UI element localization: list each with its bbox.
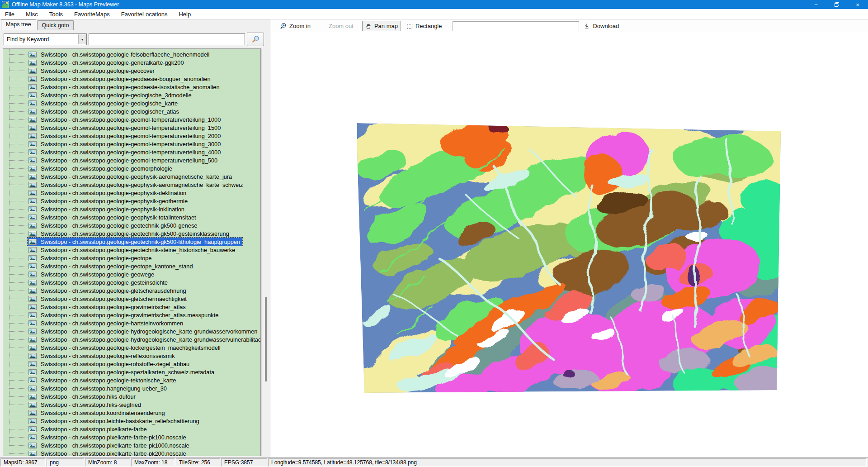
list-item[interactable]: Swisstopo - ch.swisstopo.geologie-hydrog… — [3, 335, 260, 343]
list-item[interactable]: Swisstopo - ch.swisstopo.pixelkarte-farb… — [3, 441, 260, 449]
pan-map-button[interactable]: Pan map — [362, 21, 401, 31]
list-item[interactable]: Swisstopo - ch.swisstopo.geologie-geomol… — [3, 148, 260, 156]
list-item[interactable]: Swisstopo - ch.swisstopo.geologie-geomol… — [3, 115, 260, 124]
list-item[interactable]: Swisstopo - ch.swisstopo.geologie-geodae… — [3, 83, 260, 91]
tab-quick-goto[interactable]: Quick goto — [37, 20, 74, 30]
rectangle-button[interactable]: Rectangle — [404, 21, 445, 31]
list-item[interactable]: Swisstopo - ch.swisstopo.hiks-dufour — [3, 392, 260, 400]
map-layer-icon — [28, 92, 37, 98]
tab-maps-tree[interactable]: Maps tree — [1, 19, 36, 30]
list-item[interactable]: Swisstopo - ch.swisstopo.geologie-geophy… — [3, 181, 260, 189]
list-item[interactable]: Swisstopo - ch.swisstopo.geologie-geotec… — [3, 246, 260, 254]
list-item[interactable]: Swisstopo - ch.swisstopo.pixelkarte-farb… — [3, 433, 260, 441]
toolbar-input[interactable] — [453, 21, 579, 31]
list-item[interactable]: Swisstopo - ch.swisstopo.geologie-hartst… — [3, 319, 260, 327]
zoom-out-button[interactable]: Zoom out — [326, 21, 356, 31]
map-layer-icon — [28, 385, 37, 391]
list-item[interactable]: Swisstopo - ch.swisstopo.geologie-geotec… — [3, 238, 260, 246]
zoom-in-button[interactable]: Zoom in — [277, 21, 313, 31]
list-item[interactable]: Swisstopo - ch.swisstopo.geologie-geodae… — [3, 75, 260, 83]
list-item[interactable]: Swisstopo - ch.swisstopo.geologie-geomor… — [3, 164, 260, 172]
download-icon — [584, 23, 590, 29]
search-input[interactable] — [89, 33, 245, 45]
tree-connector — [9, 282, 28, 283]
list-item[interactable]: Swisstopo - ch.swisstopo.pixelkarte-farb… — [3, 425, 260, 433]
list-item-label: Swisstopo - ch.swisstopo.geologie-tekton… — [39, 377, 177, 384]
menu-bar: FileMiscToolsFavoriteMapsFavoriteLocatio… — [0, 9, 868, 19]
left-panel: Maps treeQuick goto Find by Keyword ▼ Sw… — [0, 19, 271, 457]
list-item[interactable]: Swisstopo - ch.swisstopo.geologie-geomol… — [3, 156, 260, 164]
map-canvas[interactable] — [272, 33, 868, 457]
list-item[interactable]: Swisstopo - ch.swisstopo.geologie-gravim… — [3, 303, 260, 311]
close-button[interactable]: × — [847, 0, 868, 9]
list-item[interactable]: Swisstopo - ch.swisstopo.geologie-geomol… — [3, 132, 260, 140]
menu-item-misc[interactable]: Misc — [22, 10, 42, 19]
list-item-label: Swisstopo - ch.swisstopo.geologie-geomol… — [39, 141, 222, 148]
list-item[interactable]: Swisstopo - ch.swisstopo.hangneigung-ueb… — [3, 384, 260, 392]
menu-item-favoritelocations[interactable]: FavoriteLocations — [117, 10, 172, 19]
map-layer-icon — [28, 410, 37, 415]
map-layer-icon — [28, 214, 37, 220]
list-item[interactable]: Swisstopo - ch.swisstopo.geologie-geotec… — [3, 221, 260, 229]
list-item[interactable]: Swisstopo - ch.swisstopo.geologie-gestei… — [3, 278, 260, 286]
map-layer-icon — [28, 450, 37, 456]
list-item[interactable]: Swisstopo - ch.swisstopo.geologie-geophy… — [3, 205, 260, 213]
list-item[interactable]: Swisstopo - ch.swisstopo.geologie-felsob… — [3, 50, 260, 58]
list-item[interactable]: Swisstopo - ch.swisstopo.geologie-gletsc… — [3, 295, 260, 303]
list-item[interactable]: Swisstopo - ch.swisstopo.geologie-geophy… — [3, 189, 260, 197]
list-item[interactable]: Swisstopo - ch.swisstopo.geologie-tekton… — [3, 376, 260, 384]
list-item[interactable]: Swisstopo - ch.swisstopo.geologie-geocov… — [3, 67, 260, 75]
status-cell: png — [47, 458, 84, 467]
menu-item-favoritemaps[interactable]: FavoriteMaps — [70, 10, 114, 19]
chevron-down-icon[interactable]: ▼ — [78, 34, 86, 44]
list-item[interactable]: Swisstopo - ch.swisstopo.hiks-siegfried — [3, 400, 260, 409]
list-item[interactable]: Swisstopo - ch.swisstopo.geologie-geophy… — [3, 172, 260, 181]
map-layer-icon — [28, 255, 37, 261]
download-button[interactable]: Download — [581, 21, 622, 31]
list-item[interactable]: Swisstopo - ch.swisstopo.geologie-geophy… — [3, 197, 260, 205]
tree-connector — [9, 87, 28, 87]
vertical-scrollbar[interactable] — [261, 48, 270, 456]
rectangle-label: Rectangle — [415, 23, 442, 29]
map-layer-icon — [28, 361, 37, 367]
list-item[interactable]: Swisstopo - ch.swisstopo.geologie-geolog… — [3, 99, 260, 107]
list-item[interactable]: Swisstopo - ch.swisstopo.geologie-geophy… — [3, 213, 260, 221]
list-item[interactable]: Swisstopo - ch.swisstopo.geologie-reflex… — [3, 352, 260, 360]
menu-item-help[interactable]: Help — [175, 10, 195, 19]
map-layer-icon — [28, 67, 37, 73]
map-preview[interactable] — [357, 122, 782, 394]
list-item[interactable]: Swisstopo - ch.swisstopo.geologie-gletsc… — [3, 286, 260, 295]
list-item[interactable]: Swisstopo - ch.swisstopo.pixelkarte-farb… — [3, 449, 260, 456]
menu-item-file[interactable]: File — [1, 10, 19, 19]
menu-item-tools[interactable]: Tools — [45, 10, 67, 19]
list-item[interactable]: Swisstopo - ch.swisstopo.koordinatenaend… — [3, 409, 260, 417]
list-item-label: Swisstopo - ch.swisstopo.geologie-geomol… — [39, 133, 222, 139]
list-item[interactable]: Swisstopo - ch.swisstopo.geologie-spezia… — [3, 368, 260, 376]
list-item[interactable]: Swisstopo - ch.swisstopo.leichte-basiska… — [3, 417, 260, 425]
list-item-label: Swisstopo - ch.swisstopo.geologie-spezia… — [39, 369, 216, 376]
list-item[interactable]: Swisstopo - ch.swisstopo.geologie-genera… — [3, 58, 260, 67]
list-item[interactable]: Swisstopo - ch.swisstopo.geologie-geomol… — [3, 124, 260, 132]
tree-connector — [9, 209, 28, 210]
list-item[interactable]: Swisstopo - ch.swisstopo.geologie-geolog… — [3, 107, 260, 115]
list-item[interactable]: Swisstopo - ch.swisstopo.geologie-locker… — [3, 343, 260, 352]
list-item[interactable]: Swisstopo - ch.swisstopo.geologie-rohsto… — [3, 360, 260, 368]
list-item[interactable]: Swisstopo - ch.swisstopo.geologie-geotec… — [3, 229, 260, 238]
list-item[interactable]: Swisstopo - ch.swisstopo.geologie-geotop… — [3, 262, 260, 270]
maps-tree-list[interactable]: Swisstopo - ch.swisstopo.geologie-felsob… — [3, 48, 261, 456]
list-item[interactable]: Swisstopo - ch.swisstopo.geologie-geoweg… — [3, 270, 260, 278]
tree-connector — [9, 388, 28, 389]
scrollbar-thumb[interactable] — [265, 297, 267, 381]
list-item[interactable]: Swisstopo - ch.swisstopo.geologie-hydrog… — [3, 327, 260, 335]
list-item[interactable]: Swisstopo - ch.swisstopo.geologie-geotop… — [3, 254, 260, 262]
list-item-label: Swisstopo - ch.swisstopo.geologie-geodae… — [39, 84, 221, 91]
minimize-button[interactable]: − — [806, 0, 826, 9]
map-layer-icon — [28, 393, 37, 399]
search-mode-combobox[interactable]: Find by Keyword ▼ — [4, 33, 87, 45]
list-item[interactable]: Swisstopo - ch.swisstopo.geologie-geolog… — [3, 91, 260, 99]
search-button[interactable] — [247, 33, 264, 46]
list-item[interactable]: Swisstopo - ch.swisstopo.geologie-geomol… — [3, 140, 260, 148]
restore-button[interactable] — [826, 0, 847, 9]
list-item-label: Swisstopo - ch.swisstopo.geologie-geophy… — [39, 198, 189, 205]
list-item[interactable]: Swisstopo - ch.swisstopo.geologie-gravim… — [3, 311, 260, 319]
